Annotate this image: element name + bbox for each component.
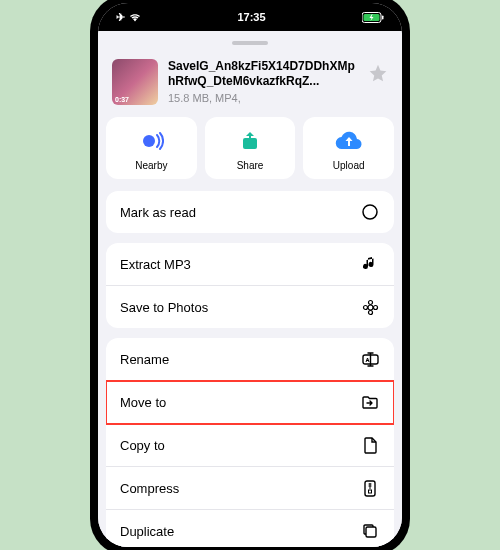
svg-point-3	[143, 135, 155, 147]
status-bar: ✈ 17:35	[98, 3, 402, 31]
photos-icon	[360, 297, 380, 317]
save-to-photos-row[interactable]: Save to Photos	[106, 286, 394, 328]
upload-icon	[335, 127, 363, 155]
duplicate-icon	[360, 521, 380, 541]
airplane-icon: ✈	[116, 11, 125, 24]
svg-point-7	[368, 300, 372, 304]
svg-point-9	[363, 305, 367, 309]
circle-icon	[360, 202, 380, 222]
action-sheet: 0:37 SaveIG_An8kzFi5X14D7DDhXMphRfwQ_Dte…	[98, 31, 402, 547]
folder-arrow-icon	[360, 392, 380, 412]
video-duration: 0:37	[115, 96, 129, 103]
rename-icon	[360, 349, 380, 369]
file-name: SaveIG_An8kzFi5X14D7DDhXMphRfwQ_DteM6vka…	[168, 59, 358, 89]
battery-icon	[362, 12, 384, 23]
video-thumbnail[interactable]: 0:37	[112, 59, 158, 105]
favorite-button[interactable]	[368, 63, 388, 83]
nearby-button[interactable]: Nearby	[106, 117, 197, 179]
extract-mp3-row[interactable]: Extract MP3	[106, 243, 394, 286]
nearby-icon	[137, 127, 165, 155]
document-icon	[360, 435, 380, 455]
music-icon	[360, 254, 380, 274]
move-to-row[interactable]: Move to	[106, 381, 394, 424]
rename-row[interactable]: Rename	[106, 338, 394, 381]
share-button[interactable]: Share	[205, 117, 296, 179]
share-icon	[236, 127, 264, 155]
duplicate-row[interactable]: Duplicate	[106, 510, 394, 547]
file-meta: 15.8 MB, MP4,	[168, 92, 358, 104]
file-header: 0:37 SaveIG_An8kzFi5X14D7DDhXMphRfwQ_Dte…	[98, 55, 402, 117]
compress-row[interactable]: Compress	[106, 467, 394, 510]
upload-button[interactable]: Upload	[303, 117, 394, 179]
wifi-icon	[129, 13, 141, 22]
svg-point-8	[368, 310, 372, 314]
copy-to-row[interactable]: Copy to	[106, 424, 394, 467]
sheet-grabber[interactable]	[232, 41, 268, 45]
svg-rect-2	[382, 15, 384, 19]
svg-point-5	[363, 205, 377, 219]
svg-point-6	[368, 305, 373, 310]
svg-rect-14	[366, 527, 376, 537]
svg-point-10	[373, 305, 377, 309]
mark-as-read-row[interactable]: Mark as read	[106, 191, 394, 233]
svg-rect-13	[369, 490, 372, 493]
compress-icon	[360, 478, 380, 498]
status-time: 17:35	[237, 11, 265, 23]
